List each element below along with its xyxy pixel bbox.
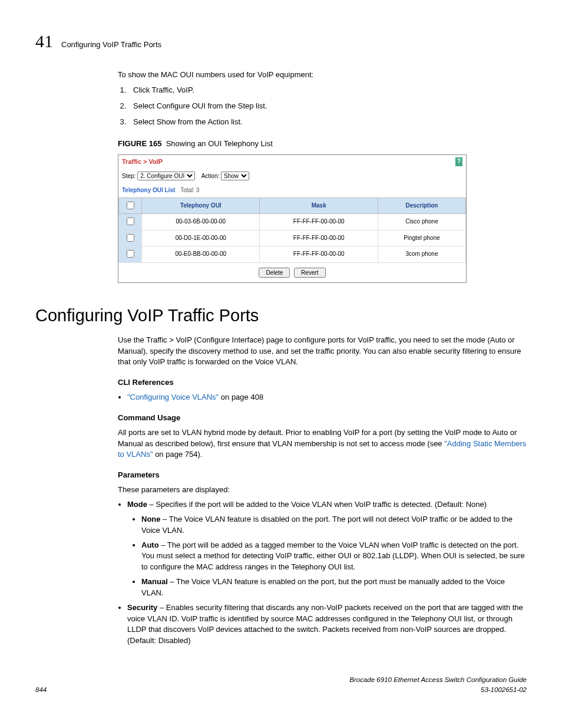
cell-oui: 00-03-6B-00-00-00 — [142, 214, 260, 230]
oui-list-title-row: Telephony OUI List Total: 3 — [118, 183, 466, 197]
section-heading: Configuring VoIP Traffic Ports — [35, 303, 527, 328]
action-label: Action: — [201, 173, 220, 179]
row-checkbox[interactable] — [127, 234, 134, 242]
command-usage-after: on page 754). — [153, 450, 203, 459]
table-row: 00-D0-1E-00-00-00 FF-FF-FF-00-00-00 Ping… — [119, 230, 466, 246]
doc-id: 53-1002651-02 — [481, 686, 527, 693]
col-desc: Description — [378, 197, 465, 214]
cli-reference-item: "Configuring Voice VLANs" on page 408 — [127, 392, 527, 403]
delete-button[interactable]: Delete — [259, 268, 290, 278]
cell-desc: Cisco phone — [378, 214, 465, 230]
screenshot-breadcrumb: Traffic > VoIP — [122, 157, 163, 167]
command-usage-heading: Command Usage — [118, 413, 527, 424]
step-label: Step: — [122, 173, 135, 179]
param-security-label: Security — [127, 603, 157, 612]
screenshot-buttons: Delete Revert — [118, 263, 466, 282]
select-all-checkbox[interactable] — [127, 202, 134, 209]
param-mode-auto: Auto – The port will be added as a tagge… — [141, 540, 527, 574]
action-select[interactable]: Show — [221, 172, 249, 180]
cell-mask: FF-FF-FF-00-00-00 — [260, 214, 378, 230]
row-checkbox[interactable] — [127, 250, 134, 258]
param-mode-manual-desc: – The Voice VLAN feature is enabled on t… — [141, 577, 505, 597]
param-mode-desc: – Specifies if the port will be added to… — [147, 500, 487, 509]
doc-title: Brocade 6910 Ethernet Access Switch Conf… — [349, 676, 527, 683]
oui-list-title: Telephony OUI List — [122, 187, 175, 193]
step-2: Select Configure OUI from the Step list. — [128, 101, 527, 112]
param-security: Security – Enables security filtering th… — [127, 602, 527, 647]
param-mode-label: Mode — [127, 500, 147, 509]
parameters-list: Mode – Specifies if the port will be add… — [35, 499, 527, 647]
cli-reference-link[interactable]: "Configuring Voice VLANs" — [127, 393, 219, 401]
param-mode-auto-desc: – The port will be added as a tagged mem… — [141, 541, 525, 572]
page-header: 41 Configuring VoIP Traffic Ports — [35, 28, 527, 54]
cli-references-heading: CLI References — [118, 377, 527, 388]
figure-label: FIGURE 165 — [118, 139, 161, 148]
table-row: 00-03-6B-00-00-00 FF-FF-FF-00-00-00 Cisc… — [119, 214, 466, 230]
oui-total-label: Total: — [180, 187, 194, 193]
step-3: Select Show from the Action list. — [128, 117, 527, 128]
param-mode-manual-label: Manual — [141, 577, 168, 586]
screenshot-breadcrumb-row: Traffic > VoIP ? — [118, 155, 466, 169]
screenshot-controls: Step: 2. Configure OUI Action: Show — [118, 169, 466, 183]
page-footer: 844 Brocade 6910 Ethernet Access Switch … — [35, 675, 527, 694]
param-security-desc: – Enables security filtering that discar… — [127, 603, 523, 645]
param-mode-none-label: None — [141, 515, 161, 523]
figure-title: Showing an OUI Telephony List — [166, 139, 273, 148]
section-intro: Use the Traffic > VoIP (Configure Interf… — [118, 335, 527, 368]
table-row: 00-E0-BB-00-00-00 FF-FF-FF-00-00-00 3com… — [119, 246, 466, 263]
steps-list: Click Traffic, VoIP. Select Configure OU… — [35, 85, 527, 128]
col-mask: Mask — [260, 197, 378, 214]
step-select[interactable]: 2. Configure OUI — [137, 172, 195, 180]
parameters-intro: These parameters are displayed: — [118, 485, 527, 496]
cli-references-list: "Configuring Voice VLANs" on page 408 — [35, 392, 527, 403]
param-mode-manual: Manual – The Voice VLAN feature is enabl… — [141, 577, 527, 599]
param-mode-none: None – The Voice VLAN feature is disable… — [141, 514, 527, 536]
parameters-heading: Parameters — [118, 470, 527, 481]
cell-mask: FF-FF-FF-00-00-00 — [260, 230, 378, 246]
help-icon[interactable]: ? — [455, 157, 462, 166]
cell-oui: 00-D0-1E-00-00-00 — [142, 230, 260, 246]
revert-button[interactable]: Revert — [294, 268, 325, 278]
cell-desc: Pingtel phone — [378, 230, 465, 246]
figure-caption: FIGURE 165 Showing an OUI Telephony List — [118, 139, 527, 150]
oui-table: Telephony OUI Mask Description 00-03-6B-… — [118, 197, 466, 263]
param-mode-none-desc: – The Voice VLAN feature is disabled on … — [141, 515, 513, 535]
chapter-number: 41 — [35, 28, 53, 54]
row-checkbox[interactable] — [127, 218, 134, 225]
screenshot-panel: Traffic > VoIP ? Step: 2. Configure OUI … — [118, 154, 467, 283]
command-usage-text: All ports are set to VLAN hybrid mode by… — [118, 427, 527, 461]
cell-mask: FF-FF-FF-00-00-00 — [260, 246, 378, 263]
cell-oui: 00-E0-BB-00-00-00 — [142, 246, 260, 263]
cli-reference-suffix: on page 408 — [219, 393, 263, 401]
oui-total-value: 3 — [196, 187, 200, 193]
step-1: Click Traffic, VoIP. — [128, 85, 527, 96]
page-number: 844 — [35, 685, 47, 695]
param-mode-auto-label: Auto — [141, 541, 159, 549]
intro-text: To show the MAC OUI numbers used for VoI… — [118, 70, 527, 81]
chapter-title: Configuring VoIP Traffic Ports — [61, 39, 161, 51]
col-oui: Telephony OUI — [142, 197, 260, 214]
oui-table-header: Telephony OUI Mask Description — [119, 197, 466, 214]
param-mode: Mode – Specifies if the port will be add… — [127, 499, 527, 599]
cell-desc: 3com phone — [378, 246, 465, 263]
